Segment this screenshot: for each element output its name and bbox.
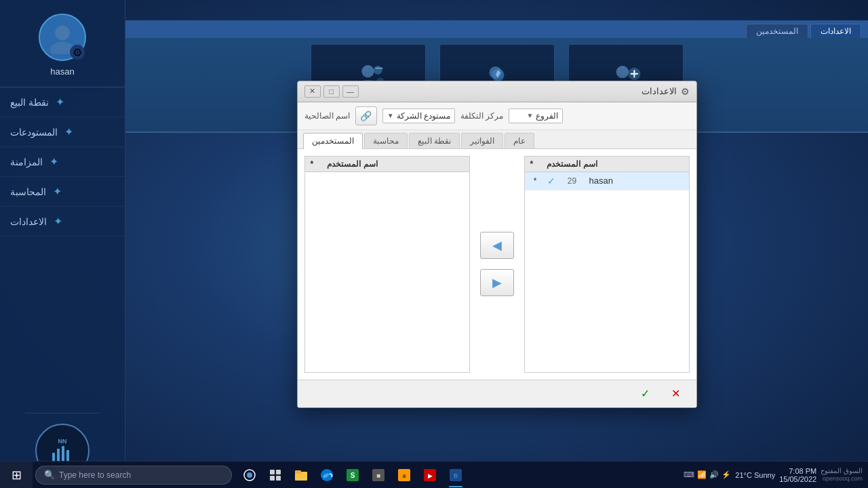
taskbar-app1[interactable]: S	[340, 462, 365, 489]
user-check-icon: ✓	[547, 176, 555, 186]
tool-link-button[interactable]: 🔗	[355, 106, 377, 125]
dialog-body: اسم المستخدم * hasan 29 ✓ * ◀ ▶	[298, 149, 696, 380]
permission-label: اسم الصالحية	[304, 111, 350, 121]
tab-accounting[interactable]: محاسبة	[364, 133, 408, 148]
svg-rect-22	[270, 470, 275, 474]
svg-rect-23	[276, 470, 281, 474]
taskbar-right: ⌨ 📶 🔊 ⚡ 21°C Sunny 7:08 PM 15/05/2022 ال…	[678, 467, 868, 483]
svg-point-21	[247, 472, 252, 478]
warehouses-icon: ✦	[64, 125, 73, 138]
taskbar-app2[interactable]: ■	[366, 462, 391, 489]
taskbar-amazon[interactable]: a	[392, 462, 416, 489]
close-button[interactable]: ✕	[304, 85, 321, 98]
branch-dropdown[interactable]: الفروع ▼	[509, 108, 563, 123]
sidebar-username: hasan	[50, 66, 74, 77]
search-icon: 🔍	[44, 470, 55, 480]
tray-icon-network: 📶	[697, 470, 707, 479]
right-panel-header: اسم المستخدم *	[305, 157, 469, 172]
tab-pos[interactable]: نقطة البيع	[409, 133, 460, 148]
move-left-button[interactable]: ◀	[480, 232, 514, 259]
dialog-toolbar: اسم الصالحية 🔗 مستودع الشركة ▼ مركز التك…	[298, 102, 696, 130]
sidebar: ⚙ hasan ✦ نقطة البيع ✦ المستودعات ✦ المز…	[0, 0, 125, 488]
user-num-hasan: 29	[562, 176, 583, 186]
move-right-button[interactable]: ▶	[480, 269, 514, 296]
svg-rect-27	[295, 470, 301, 474]
svg-text:NN: NN	[58, 438, 67, 445]
left-panel-header: اسم المستخدم *	[525, 157, 689, 172]
cancel-button[interactable]: ✕	[666, 386, 686, 402]
sidebar-user-section: ⚙ hasan	[0, 0, 125, 87]
tray-icon-battery: ⚡	[722, 470, 731, 479]
dialog-title-text: الاعدادات	[642, 86, 677, 96]
right-star-header: *	[311, 159, 314, 169]
sidebar-item-sync[interactable]: ✦ المزامنة	[0, 147, 125, 177]
weather-display: 21°C Sunny	[735, 471, 775, 479]
taskbar-task-view[interactable]	[263, 462, 288, 489]
taskbar-search[interactable]: 🔍 Type here to search	[35, 466, 232, 485]
svg-rect-25	[276, 476, 281, 481]
svg-point-0	[55, 26, 70, 41]
windows-icon: ⊞	[12, 468, 22, 483]
sidebar-item-accounting[interactable]: ✦ المحاسبة	[0, 177, 125, 207]
svg-rect-3	[57, 449, 60, 462]
time-text: 7:08 PM	[779, 467, 816, 475]
avatar: ⚙	[39, 14, 86, 61]
taskbar-active-app[interactable]: B	[443, 462, 468, 489]
pos-icon: ✦	[56, 96, 64, 108]
svg-text:▶: ▶	[428, 472, 433, 479]
arrow-right-icon: ▶	[492, 275, 502, 290]
company-level-dropdown[interactable]: مستودع الشركة ▼	[382, 108, 455, 123]
sidebar-item-settings[interactable]: ✦ الاعدادات	[0, 207, 125, 237]
dialog-title-section: ⚙ الاعدادات	[642, 86, 690, 97]
svg-text:S: S	[351, 472, 355, 479]
tray-icon-keyboard: ⌨	[684, 470, 694, 479]
svg-text:B: B	[454, 472, 458, 479]
right-username-header: اسم المستخدم	[327, 159, 377, 169]
user-star: *	[530, 176, 540, 186]
user-row-hasan[interactable]: hasan 29 ✓ *	[525, 172, 689, 190]
branch-arrow-icon: ▼	[527, 112, 534, 119]
sidebar-nav: ✦ نقطة البيع ✦ المستودعات ✦ المزامنة ✦ ا…	[0, 87, 125, 413]
dialog-icon: ⚙	[681, 86, 690, 97]
svg-rect-4	[62, 446, 64, 462]
dialog-overlay: ⚙ الاعدادات — □ ✕ اسم الصالحية 🔗 مستودع …	[125, 20, 868, 468]
taskbar-files[interactable]	[289, 462, 313, 489]
date-text: 15/05/2022	[779, 475, 816, 483]
svg-text:■: ■	[376, 472, 380, 479]
confirm-button[interactable]: ✓	[635, 386, 656, 402]
restore-button[interactable]: □	[323, 85, 340, 98]
sidebar-item-warehouses[interactable]: ✦ المستودعات	[0, 117, 125, 147]
settings-dialog: ⚙ الاعدادات — □ ✕ اسم الصالحية 🔗 مستودع …	[297, 81, 697, 408]
left-username-header: اسم المستخدم	[547, 159, 597, 169]
dialog-footer: ✕ ✓	[298, 380, 696, 407]
search-placeholder-text: Type here to search	[59, 470, 223, 480]
settings-icon: ✦	[54, 215, 62, 228]
left-star-header: *	[530, 159, 534, 169]
sidebar-item-pos[interactable]: ✦ نقطة البيع	[0, 87, 125, 117]
taskbar: ⊞ 🔍 Type here to search	[0, 461, 868, 488]
user-gear-icon: ⚙	[70, 45, 85, 60]
accounting-icon: ✦	[53, 185, 62, 198]
svg-rect-24	[270, 476, 275, 481]
system-tray: ⌨ 📶 🔊 ⚡	[684, 470, 731, 479]
taskbar-apps: S ■ a ▶ B	[237, 462, 468, 489]
minimize-button[interactable]: —	[342, 85, 359, 98]
tab-general[interactable]: عام	[505, 133, 534, 148]
dialog-window-controls: — □ ✕	[304, 85, 359, 98]
taskbar-edge[interactable]	[315, 462, 339, 489]
tab-invoices[interactable]: الفواتير	[461, 133, 503, 148]
sync-icon: ✦	[50, 155, 58, 168]
taskbar-app3[interactable]: ▶	[418, 462, 442, 489]
dialog-tabs: المستخدمين محاسبة نقطة البيع الفواتير عا…	[298, 130, 696, 149]
tab-users[interactable]: المستخدمين	[303, 133, 363, 149]
arrow-left-icon: ◀	[492, 238, 502, 253]
dialog-titlebar: ⚙ الاعدادات — □ ✕	[298, 81, 696, 102]
watermark: السوق المفتوح opensooq.com	[821, 467, 863, 483]
available-users-panel: اسم المستخدم * hasan 29 ✓ *	[524, 156, 690, 373]
taskbar-cortana[interactable]	[237, 462, 262, 489]
cost-center-label: مركز التكلفة	[460, 111, 503, 121]
selected-users-panel: اسم المستخدم *	[304, 156, 470, 373]
start-button[interactable]: ⊞	[0, 462, 33, 489]
clock-display: 7:08 PM 15/05/2022	[779, 467, 816, 483]
dropdown-arrow-icon: ▼	[387, 112, 394, 119]
